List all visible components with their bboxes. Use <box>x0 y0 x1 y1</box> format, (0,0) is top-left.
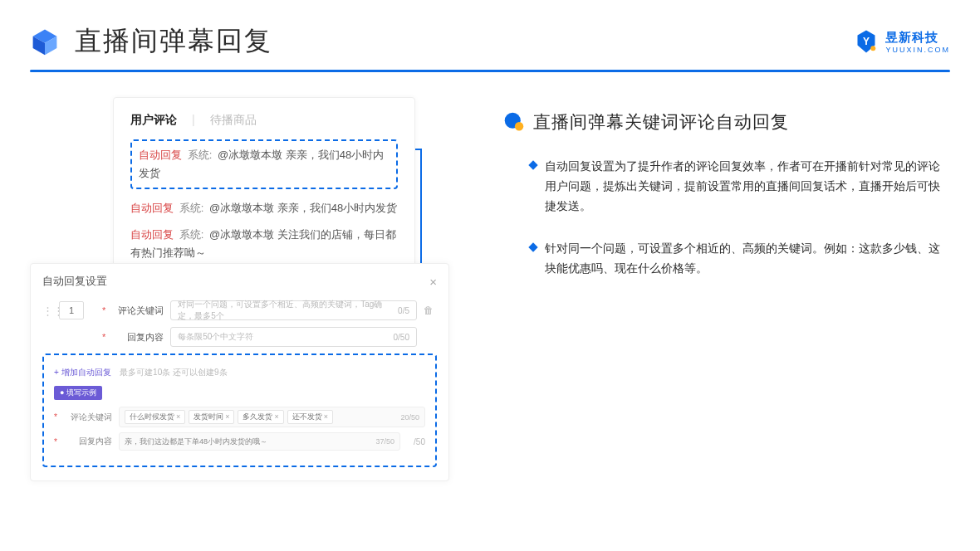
comment-text: @冰墩墩本墩 亲亲，我们48小时内发货 <box>209 202 397 214</box>
auto-reply-badge: 自动回复 <box>130 202 174 214</box>
keyword-label: 评论关键词 <box>114 305 164 317</box>
logo-text: 昱新科技 <box>885 30 938 44</box>
system-label: 系统: <box>179 202 204 214</box>
required-mark: * <box>102 305 105 315</box>
reply-label: 回复内容 <box>114 331 164 344</box>
example-keyword-count: 20/50 <box>400 413 419 422</box>
svg-point-4 <box>871 46 876 51</box>
cube-icon <box>30 27 60 56</box>
svg-text:Y: Y <box>863 36 870 47</box>
comment-row: 自动回复 系统: @冰墩墩本墩 关注我们的店铺，每日都有热门推荐呦～ <box>130 226 398 262</box>
rule-index: 1 <box>59 301 84 319</box>
close-icon[interactable]: × <box>429 275 437 289</box>
settings-title: 自动回复设置 <box>42 274 107 289</box>
auto-reply-settings-panel: 自动回复设置 × ⋮⋮ 1 * 评论关键词 对同一个问题，可设置多个相近、高频的… <box>30 263 449 481</box>
example-reply-field[interactable]: 亲，我们这边都是下单48小时内发货的哦～ 37/50 <box>119 432 400 451</box>
example-reply-text: 亲，我们这边都是下单48小时内发货的哦～ <box>125 436 267 447</box>
example-block: + 增加自动回复 最多可建10条 还可以创建9条 ● 填写示例 * 评论关键词 … <box>42 354 437 467</box>
auto-reply-badge: 自动回复 <box>130 228 174 241</box>
example-keyword-tags[interactable]: 什么时候发货 发货时间 多久发货 还不发货 20/50 <box>119 407 425 427</box>
keyword-tag[interactable]: 还不发货 <box>287 410 333 424</box>
keyword-tag[interactable]: 什么时候发货 <box>125 410 185 424</box>
keyword-placeholder: 对同一个问题，可设置多个相近、高频的关键词，Tag确定，最多5个 <box>178 299 398 322</box>
comment-row: 自动回复 系统: @冰墩墩本墩 亲亲，我们48小时内发货 <box>130 199 398 217</box>
page-title: 直播间弹幕回复 <box>75 23 272 60</box>
required-mark: * <box>54 437 57 446</box>
tab-pending-products[interactable]: 待播商品 <box>210 113 257 128</box>
keyword-tag[interactable]: 发货时间 <box>189 410 234 424</box>
example-keyword-label: 评论关键词 <box>66 412 112 423</box>
delete-icon[interactable]: 🗑 <box>424 305 437 316</box>
reply-placeholder: 每条限50个中文字符 <box>178 331 253 343</box>
system-label: 系统: <box>188 149 213 161</box>
reply-input[interactable]: 每条限50个中文字符 0/50 <box>170 327 417 347</box>
highlighted-comment: 自动回复 系统: @冰墩墩本墩 亲亲，我们48小时内发货 <box>130 139 398 189</box>
bullet-item: 自动回复设置为了提升作者的评论回复效率，作者可在开播前针对常见的评论用户问题，提… <box>503 157 950 216</box>
required-mark: * <box>54 412 57 422</box>
diamond-icon <box>528 160 537 169</box>
svg-point-6 <box>515 122 523 130</box>
keyword-input[interactable]: 对同一个问题，可设置多个相近、高频的关键词，Tag确定，最多5个 0/5 <box>170 300 417 320</box>
system-label: 系统: <box>179 228 204 241</box>
header-divider <box>30 70 950 72</box>
keyword-tag[interactable]: 多久发货 <box>238 410 283 424</box>
chat-bubble-icon <box>503 111 525 133</box>
add-auto-reply-link[interactable]: + 增加自动回复 <box>54 367 111 378</box>
bullet-item: 针对同一个问题，可设置多个相近的、高频的关键词。例如：这款多少钱、这块能优惠吗、… <box>503 239 950 279</box>
brand-logo: Y 昱新科技 YUUXIN.COM <box>854 29 950 54</box>
section-title: 直播间弹幕关键词评论自动回复 <box>533 110 789 134</box>
tab-separator: | <box>192 113 195 128</box>
required-mark: * <box>102 332 105 342</box>
keyword-count: 0/5 <box>398 306 409 315</box>
add-hint: 最多可建10条 还可以创建9条 <box>120 368 227 377</box>
diamond-icon <box>528 243 537 252</box>
comments-panel: 用户评论 | 待播商品 自动回复 系统: @冰墩墩本墩 亲亲，我们48小时内发货… <box>113 97 415 286</box>
auto-reply-badge: 自动回复 <box>139 149 182 161</box>
bullet-text: 针对同一个问题，可设置多个相近的、高频的关键词。例如：这款多少钱、这块能优惠吗、… <box>545 239 950 279</box>
tab-user-comments[interactable]: 用户评论 <box>130 113 177 128</box>
drag-handle-icon[interactable]: ⋮⋮ <box>42 305 52 317</box>
reply-count: 0/50 <box>394 333 409 342</box>
example-reply-label: 回复内容 <box>66 436 112 447</box>
outer-count: /50 <box>414 437 425 446</box>
bullet-text: 自动回复设置为了提升作者的评论回复效率，作者可在开播前针对常见的评论用户问题，提… <box>545 157 950 216</box>
example-reply-count: 37/50 <box>376 437 395 446</box>
example-badge: ● 填写示例 <box>54 386 102 400</box>
logo-subtext: YUUXIN.COM <box>885 46 950 54</box>
